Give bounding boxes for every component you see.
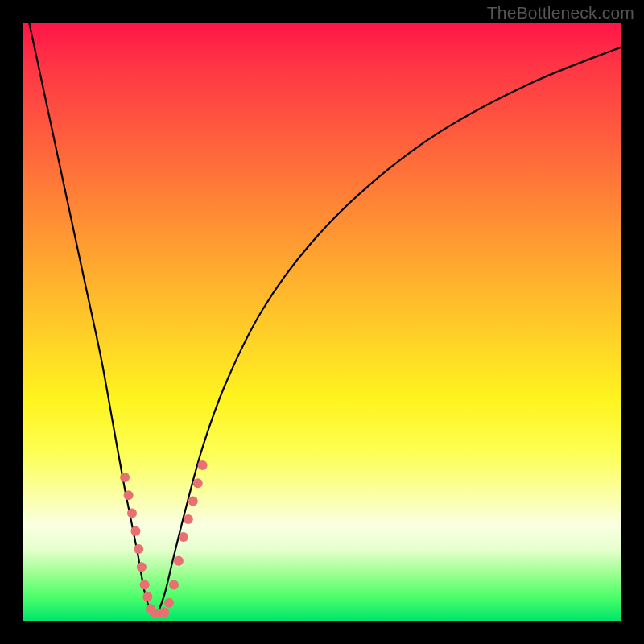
bottleneck-curve-svg — [23, 23, 621, 621]
marker-dot — [134, 544, 143, 554]
plot-area — [23, 23, 621, 621]
watermark-label: TheBottleneck.com — [487, 3, 634, 23]
marker-dot — [174, 556, 184, 566]
marker-dot — [137, 562, 147, 572]
marker-dot — [142, 592, 152, 601]
marker-dot — [120, 473, 130, 482]
marker-dot — [184, 514, 193, 524]
marker-dot — [198, 460, 208, 470]
marker-dot — [193, 478, 203, 488]
marker-dot — [179, 532, 188, 542]
marker-dot — [188, 497, 198, 506]
chart-frame: TheBottleneck.com — [0, 0, 644, 644]
marker-dot — [140, 580, 150, 590]
bottleneck-curve — [29, 23, 621, 615]
marker-dot — [127, 508, 137, 518]
marker-dot — [131, 526, 141, 536]
marker-dot — [124, 490, 134, 500]
marker-dot — [169, 580, 179, 590]
marker-dot — [159, 608, 169, 617]
marker-dot — [164, 598, 174, 608]
